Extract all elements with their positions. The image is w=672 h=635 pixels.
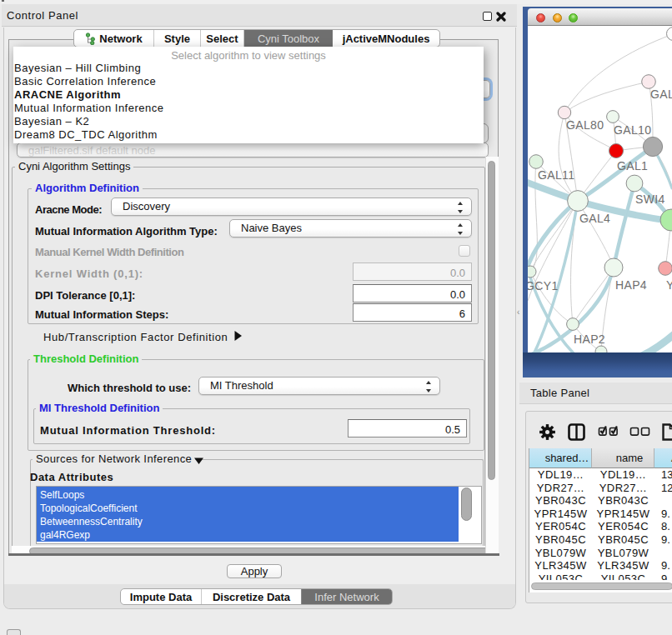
svg-text:Y: Y [666, 278, 672, 292]
svg-text:HAP2: HAP2 [574, 332, 605, 346]
svg-text:GAL4: GAL4 [579, 212, 610, 225]
svg-text:GAL2: GAL2 [650, 88, 672, 101]
svg-text:GCY1: GCY1 [528, 279, 559, 292]
svg-text:GAL11: GAL11 [538, 168, 574, 182]
svg-text:SWI4: SWI4 [635, 192, 665, 206]
svg-text:GAL80: GAL80 [566, 118, 604, 132]
svg-text:GAL1: GAL1 [617, 159, 648, 172]
svg-text:HAP4: HAP4 [615, 278, 647, 292]
svg-text:GAL10: GAL10 [614, 123, 651, 137]
